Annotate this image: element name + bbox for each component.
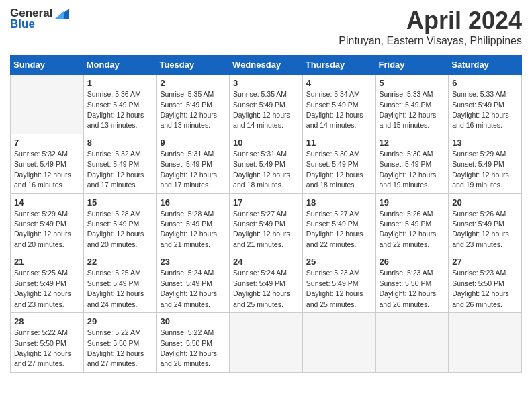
day-number: 22: [87, 256, 153, 268]
day-detail: Sunrise: 5:23 AMSunset: 5:50 PMDaylight:…: [380, 269, 437, 308]
logo-blue-text: Blue: [10, 17, 35, 31]
day-detail: Sunrise: 5:32 AMSunset: 5:49 PMDaylight:…: [14, 150, 71, 189]
day-detail: Sunrise: 5:31 AMSunset: 5:49 PMDaylight:…: [160, 150, 217, 189]
calendar-cell: [230, 313, 303, 373]
calendar-cell: 2Sunrise: 5:35 AMSunset: 5:49 PMDaylight…: [157, 75, 230, 134]
logo: General Blue: [10, 7, 69, 31]
weekday-header-row: SundayMondayTuesdayWednesdayThursdayFrid…: [11, 56, 522, 75]
weekday-header-wednesday: Wednesday: [230, 56, 303, 75]
day-number: 18: [306, 197, 372, 209]
calendar-cell: 13Sunrise: 5:29 AMSunset: 5:49 PMDayligh…: [449, 134, 522, 193]
day-detail: Sunrise: 5:27 AMSunset: 5:49 PMDaylight:…: [233, 210, 290, 248]
calendar-cell: 14Sunrise: 5:29 AMSunset: 5:49 PMDayligh…: [11, 193, 84, 253]
day-detail: Sunrise: 5:26 AMSunset: 5:49 PMDaylight:…: [380, 210, 437, 248]
calendar-cell: 28Sunrise: 5:22 AMSunset: 5:50 PMDayligh…: [11, 313, 84, 373]
day-detail: Sunrise: 5:33 AMSunset: 5:49 PMDaylight:…: [380, 90, 437, 129]
calendar-week-row: 7Sunrise: 5:32 AMSunset: 5:49 PMDaylight…: [11, 134, 522, 193]
calendar-cell: 26Sunrise: 5:23 AMSunset: 5:50 PMDayligh…: [375, 253, 449, 313]
day-number: 10: [233, 137, 299, 149]
calendar-body: 1Sunrise: 5:36 AMSunset: 5:49 PMDaylight…: [11, 75, 522, 373]
calendar-cell: 27Sunrise: 5:23 AMSunset: 5:50 PMDayligh…: [449, 253, 522, 313]
day-number: 23: [160, 256, 226, 268]
day-number: 11: [306, 137, 372, 149]
day-detail: Sunrise: 5:30 AMSunset: 5:49 PMDaylight:…: [380, 150, 437, 189]
day-number: 12: [380, 137, 445, 149]
day-detail: Sunrise: 5:22 AMSunset: 5:50 PMDaylight:…: [160, 328, 217, 367]
calendar-cell: 9Sunrise: 5:31 AMSunset: 5:49 PMDaylight…: [157, 134, 230, 193]
weekday-header-sunday: Sunday: [11, 56, 84, 75]
day-detail: Sunrise: 5:35 AMSunset: 5:49 PMDaylight:…: [160, 90, 217, 129]
day-number: 16: [160, 197, 226, 209]
weekday-header-tuesday: Tuesday: [157, 56, 230, 75]
calendar-cell: 5Sunrise: 5:33 AMSunset: 5:49 PMDaylight…: [375, 75, 449, 134]
day-number: 24: [233, 256, 299, 268]
day-number: 27: [452, 256, 518, 268]
day-number: 5: [380, 77, 445, 89]
day-number: 14: [14, 197, 80, 209]
day-number: 2: [160, 77, 226, 89]
weekday-header-thursday: Thursday: [302, 56, 375, 75]
day-number: 13: [452, 137, 518, 149]
day-number: 17: [233, 197, 299, 209]
day-number: 7: [14, 137, 80, 149]
calendar-week-row: 14Sunrise: 5:29 AMSunset: 5:49 PMDayligh…: [11, 193, 522, 253]
calendar-cell: 19Sunrise: 5:26 AMSunset: 5:49 PMDayligh…: [375, 193, 449, 253]
day-detail: Sunrise: 5:35 AMSunset: 5:49 PMDaylight:…: [233, 90, 290, 129]
calendar-week-row: 28Sunrise: 5:22 AMSunset: 5:50 PMDayligh…: [11, 313, 522, 373]
day-number: 19: [380, 197, 445, 209]
calendar-cell: 7Sunrise: 5:32 AMSunset: 5:49 PMDaylight…: [11, 134, 84, 193]
day-number: 8: [87, 137, 153, 149]
title-block: April 2024 Pintuyan, Eastern Visayas, Ph…: [339, 7, 522, 52]
day-detail: Sunrise: 5:29 AMSunset: 5:49 PMDaylight:…: [14, 210, 71, 248]
day-detail: Sunrise: 5:31 AMSunset: 5:49 PMDaylight:…: [233, 150, 290, 189]
day-detail: Sunrise: 5:27 AMSunset: 5:49 PMDaylight:…: [306, 210, 363, 248]
calendar-cell: 6Sunrise: 5:33 AMSunset: 5:49 PMDaylight…: [449, 75, 522, 134]
calendar-cell: 12Sunrise: 5:30 AMSunset: 5:49 PMDayligh…: [375, 134, 449, 193]
calendar-table: SundayMondayTuesdayWednesdayThursdayFrid…: [10, 55, 522, 373]
calendar-cell: 3Sunrise: 5:35 AMSunset: 5:49 PMDaylight…: [230, 75, 303, 134]
logo-icon: [54, 9, 69, 19]
day-number: 3: [233, 77, 299, 89]
day-detail: Sunrise: 5:22 AMSunset: 5:50 PMDaylight:…: [14, 328, 71, 367]
weekday-header-monday: Monday: [83, 56, 157, 75]
calendar-cell: 20Sunrise: 5:26 AMSunset: 5:49 PMDayligh…: [449, 193, 522, 253]
calendar-cell: 30Sunrise: 5:22 AMSunset: 5:50 PMDayligh…: [157, 313, 230, 373]
svg-marker-1: [54, 11, 64, 19]
calendar-cell: 24Sunrise: 5:24 AMSunset: 5:49 PMDayligh…: [230, 253, 303, 313]
page-subtitle: Pintuyan, Eastern Visayas, Philippines: [339, 35, 522, 47]
calendar-cell: 4Sunrise: 5:34 AMSunset: 5:49 PMDaylight…: [302, 75, 375, 134]
day-number: 1: [87, 77, 153, 89]
day-detail: Sunrise: 5:25 AMSunset: 5:49 PMDaylight:…: [87, 269, 144, 308]
calendar-cell: 29Sunrise: 5:22 AMSunset: 5:50 PMDayligh…: [83, 313, 157, 373]
weekday-header-saturday: Saturday: [449, 56, 522, 75]
calendar-cell: [11, 75, 84, 134]
day-detail: Sunrise: 5:24 AMSunset: 5:49 PMDaylight:…: [160, 269, 217, 308]
calendar-cell: 25Sunrise: 5:23 AMSunset: 5:49 PMDayligh…: [302, 253, 375, 313]
day-detail: Sunrise: 5:28 AMSunset: 5:49 PMDaylight:…: [160, 210, 217, 248]
day-number: 20: [452, 197, 518, 209]
day-number: 9: [160, 137, 226, 149]
calendar-cell: 15Sunrise: 5:28 AMSunset: 5:49 PMDayligh…: [83, 193, 157, 253]
day-detail: Sunrise: 5:36 AMSunset: 5:49 PMDaylight:…: [87, 90, 144, 129]
calendar-cell: 8Sunrise: 5:32 AMSunset: 5:49 PMDaylight…: [83, 134, 157, 193]
day-number: 4: [306, 77, 372, 89]
page-header: General Blue April 2024 Pintuyan, Easter…: [10, 7, 522, 52]
calendar-header: SundayMondayTuesdayWednesdayThursdayFrid…: [11, 56, 522, 75]
day-detail: Sunrise: 5:33 AMSunset: 5:49 PMDaylight:…: [452, 90, 509, 129]
day-detail: Sunrise: 5:25 AMSunset: 5:49 PMDaylight:…: [14, 269, 71, 308]
calendar-week-row: 1Sunrise: 5:36 AMSunset: 5:49 PMDaylight…: [11, 75, 522, 134]
calendar-cell: 18Sunrise: 5:27 AMSunset: 5:49 PMDayligh…: [302, 193, 375, 253]
day-detail: Sunrise: 5:26 AMSunset: 5:49 PMDaylight:…: [452, 210, 509, 248]
day-detail: Sunrise: 5:23 AMSunset: 5:50 PMDaylight:…: [452, 269, 509, 308]
day-detail: Sunrise: 5:30 AMSunset: 5:49 PMDaylight:…: [306, 150, 363, 189]
day-detail: Sunrise: 5:32 AMSunset: 5:49 PMDaylight:…: [87, 150, 144, 189]
day-number: 30: [160, 316, 226, 328]
calendar-cell: 23Sunrise: 5:24 AMSunset: 5:49 PMDayligh…: [157, 253, 230, 313]
weekday-header-friday: Friday: [375, 56, 449, 75]
day-number: 21: [14, 256, 80, 268]
calendar-cell: 21Sunrise: 5:25 AMSunset: 5:49 PMDayligh…: [11, 253, 84, 313]
calendar-cell: 17Sunrise: 5:27 AMSunset: 5:49 PMDayligh…: [230, 193, 303, 253]
calendar-week-row: 21Sunrise: 5:25 AMSunset: 5:49 PMDayligh…: [11, 253, 522, 313]
day-detail: Sunrise: 5:28 AMSunset: 5:49 PMDaylight:…: [87, 210, 144, 248]
day-number: 28: [14, 316, 80, 328]
